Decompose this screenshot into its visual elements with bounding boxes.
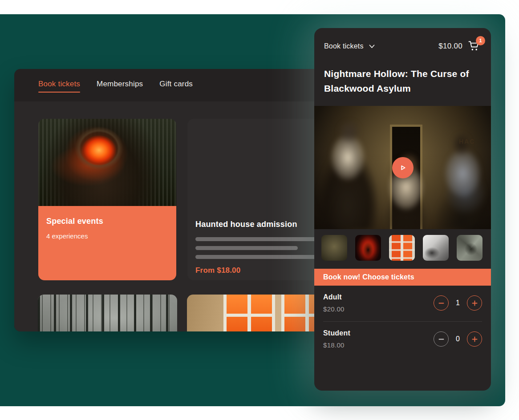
card-haunted-house[interactable]: Haunted house admission From $18.00 xyxy=(187,119,325,280)
ticket-row-adult: Adult $20.00 1 xyxy=(323,286,482,322)
tab-gift-cards[interactable]: Gift cards xyxy=(159,75,193,96)
cart-icon[interactable]: 1 xyxy=(468,40,481,52)
gallery-thumbnails xyxy=(321,235,483,261)
ticket-list: Adult $20.00 1 Student $18.00 xyxy=(314,286,491,357)
booking-widget: Book tickets $10.00 1 Nightmare Hollow: … xyxy=(314,28,491,391)
event-title: Nightmare Hollow: The Curse of Blackwood… xyxy=(324,66,471,96)
book-tickets-dropdown[interactable]: Book tickets xyxy=(324,42,375,50)
minus-icon[interactable] xyxy=(434,331,449,347)
staircase-image xyxy=(187,119,325,209)
adult-quantity-stepper: 1 xyxy=(434,295,482,311)
ticket-info: Student $18.00 xyxy=(323,329,350,349)
card-red-window[interactable] xyxy=(187,295,325,331)
ticket-type: Student xyxy=(323,329,350,337)
widget-header: Book tickets $10.00 1 xyxy=(324,40,481,53)
ticket-price: $20.00 xyxy=(323,305,345,313)
cart-total: $10.00 xyxy=(438,42,462,51)
skeleton-line xyxy=(195,246,298,250)
banner-text: Book now! Choose tickets xyxy=(323,273,414,281)
adult-quantity: 1 xyxy=(454,299,461,307)
thumbnail-red-corridor[interactable] xyxy=(355,235,381,261)
card-subtitle: 4 experiences xyxy=(46,232,168,240)
window-pane xyxy=(223,295,275,331)
pumpkin-figure-image xyxy=(38,119,176,206)
page: Book tickets Memberships Gift cards Spec… xyxy=(0,0,519,420)
dropdown-label: Book tickets xyxy=(324,42,364,50)
skeleton-line xyxy=(195,255,317,259)
haunted-house-info: Haunted house admission From $18.00 xyxy=(187,209,325,280)
thumbnail-zombies-group[interactable] xyxy=(321,235,347,261)
tab-memberships[interactable]: Memberships xyxy=(97,75,143,96)
cart-badge: 1 xyxy=(476,36,485,45)
special-events-info: Special events 4 experiences xyxy=(38,206,176,280)
ticket-info: Adult $20.00 xyxy=(323,293,345,313)
minus-icon[interactable] xyxy=(434,295,449,311)
plus-icon[interactable] xyxy=(467,295,482,311)
forest-image xyxy=(38,295,177,331)
ticket-row-student: Student $18.00 0 xyxy=(323,322,482,357)
tab-book-tickets[interactable]: Book tickets xyxy=(38,75,80,96)
thumbnail-orange-window-doors[interactable] xyxy=(389,235,415,261)
book-now-banner: Book now! Choose tickets xyxy=(314,269,491,286)
thumbnail-overhead-room[interactable] xyxy=(423,235,449,261)
ticket-type: Adult xyxy=(323,293,345,301)
play-icon[interactable] xyxy=(392,157,414,178)
plus-icon[interactable] xyxy=(467,331,482,347)
ticket-price: $18.00 xyxy=(323,341,350,349)
red-window-image xyxy=(187,295,325,331)
card-title: Special events xyxy=(46,217,168,226)
chevron-down-icon xyxy=(369,42,375,50)
card-title: Haunted house admission xyxy=(195,220,317,229)
card-forest[interactable] xyxy=(38,295,177,331)
skeleton-line xyxy=(195,237,317,241)
event-video-still: HAC xyxy=(314,106,491,229)
thumbnail-spiral-staircase[interactable] xyxy=(457,235,483,261)
cart-summary: $10.00 1 xyxy=(438,40,481,52)
student-quantity-stepper: 0 xyxy=(434,331,482,347)
card-special-events[interactable]: Special events 4 experiences xyxy=(38,119,176,280)
card-price: From $18.00 xyxy=(195,266,317,275)
student-quantity: 0 xyxy=(454,335,461,343)
